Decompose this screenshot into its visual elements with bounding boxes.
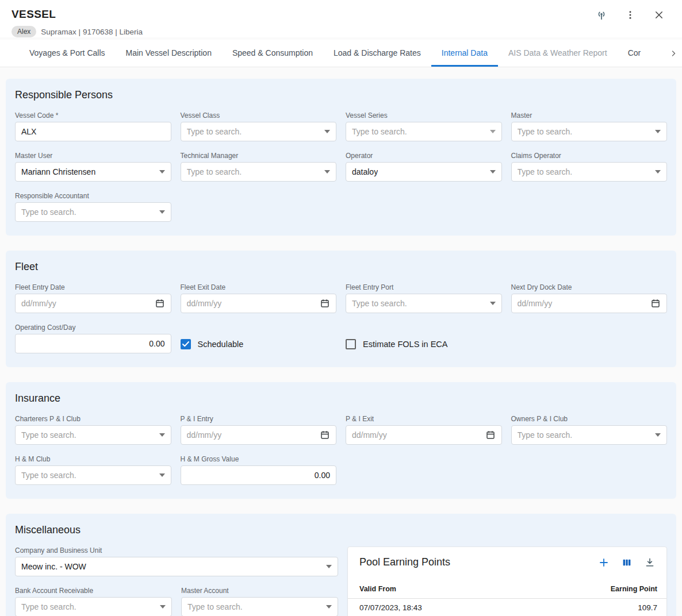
select-placeholder: Type to search. [352, 299, 407, 308]
checkbox-checked-icon [181, 339, 191, 349]
chevron-down-icon [159, 170, 165, 174]
select-placeholder: Type to search. [187, 602, 243, 611]
vessel-subtitle: Supramax | 9170638 | Liberia [41, 28, 143, 36]
charterers-pi-club-select[interactable]: Type to search. [15, 425, 171, 445]
chevron-down-icon [159, 210, 165, 214]
fleet-exit-date-input[interactable] [187, 299, 316, 308]
field-label: H & M Club [15, 455, 171, 463]
download-icon[interactable] [645, 557, 655, 568]
calendar-icon[interactable] [485, 430, 496, 440]
tab-main-vessel-description[interactable]: Main Vessel Description [116, 40, 222, 67]
tabs-scroll-right-icon[interactable] [665, 40, 682, 67]
cell-valid-from: 07/07/2023, 18:43 [359, 603, 422, 612]
section-miscellaneous: Miscellaneous Company and Business Unit … [6, 514, 676, 616]
fleet-entry-date-input[interactable] [21, 299, 150, 308]
company-business-unit-select[interactable]: Meow inc. - WOW [15, 557, 338, 576]
estimate-fols-field: Estimate FOLS in ECA [346, 324, 502, 353]
select-placeholder: Type to search. [21, 207, 76, 217]
vessel-code-input[interactable] [21, 127, 165, 136]
owners-pi-club-field: Owners P & I Club Type to search. [511, 415, 668, 445]
select-placeholder: Type to search. [518, 430, 573, 440]
owners-pi-club-select[interactable]: Type to search. [511, 425, 668, 445]
hm-gross-value-field: H & M Gross Value [181, 455, 337, 485]
field-label: P & I Entry [181, 415, 337, 423]
master-select[interactable]: Type to search. [511, 122, 668, 141]
fleet-entry-port-select[interactable]: Type to search. [346, 294, 502, 313]
master-user-field: Master User Mariann Christensen [15, 152, 171, 182]
operator-select[interactable]: dataloy [346, 162, 502, 182]
field-label: Responsible Accountant [15, 192, 171, 200]
insurance-spacer [346, 455, 502, 485]
calendar-icon[interactable] [320, 430, 330, 440]
fleet-entry-date-wrap [15, 294, 171, 313]
schedulable-checkbox[interactable]: Schedulable [181, 339, 244, 349]
claims-operator-select[interactable]: Type to search. [511, 162, 668, 182]
pi-entry-field: P & I Entry [181, 415, 337, 445]
section-insurance: Insurance Charterers P & I Club Type to … [6, 382, 676, 499]
table-row[interactable]: 07/07/2023, 18:43 109.7 [348, 599, 666, 616]
chevron-down-icon [160, 605, 166, 609]
pi-exit-field: P & I Exit [346, 415, 502, 445]
calendar-icon[interactable] [650, 298, 661, 309]
field-label: Master Account [181, 587, 338, 595]
vessel-series-select[interactable]: Type to search. [346, 122, 502, 141]
bank-account-receivable-field: Bank Account Receivable Type to search. [15, 587, 172, 616]
close-icon[interactable] [652, 8, 666, 22]
select-placeholder: Type to search. [187, 127, 242, 136]
field-label: Vessel Code * [15, 111, 171, 120]
section-title: Responsible Persons [15, 89, 667, 101]
select-placeholder: Type to search. [21, 602, 76, 611]
pool-table-header: Valid From Earning Point [348, 580, 666, 599]
operating-cost-input[interactable] [21, 339, 165, 348]
tab-internal-data[interactable]: Internal Data [431, 40, 498, 67]
master-account-select[interactable]: Type to search. [181, 597, 338, 616]
cell-earning-point: 109.7 [638, 603, 657, 612]
columns-icon[interactable] [622, 557, 632, 568]
tab-load-discharge-rates[interactable]: Load & Discharge Rates [323, 40, 431, 67]
tab-voyages-port-calls[interactable]: Voyages & Port Calls [19, 40, 116, 67]
select-value: dataloy [352, 167, 378, 176]
field-label: Technical Manager [181, 152, 337, 160]
field-label: Vessel Class [181, 111, 337, 120]
select-placeholder: Type to search. [187, 167, 242, 176]
hm-gross-value-input[interactable] [187, 471, 331, 480]
tab-speed-consumption[interactable]: Speed & Consumption [222, 40, 323, 67]
kebab-menu-icon[interactable] [623, 8, 637, 22]
master-user-select[interactable]: Mariann Christensen [15, 162, 171, 182]
technical-manager-select[interactable]: Type to search. [181, 162, 337, 182]
chevron-down-icon [490, 170, 496, 174]
broadcast-icon[interactable] [595, 8, 608, 22]
next-dry-dock-date-input[interactable] [518, 299, 646, 308]
tab-ais-data-weather-report[interactable]: AIS Data & Weather Report [498, 40, 618, 67]
field-label: Fleet Entry Port [346, 283, 502, 291]
field-label: Owners P & I Club [511, 415, 668, 423]
select-placeholder: Type to search. [518, 127, 573, 136]
col-earning-point: Earning Point [611, 585, 657, 593]
calendar-icon[interactable] [320, 298, 330, 309]
select-value: Meow inc. - WOW [21, 562, 86, 571]
section-fleet: Fleet Fleet Entry Date Fleet Exit Date [6, 251, 676, 367]
add-icon[interactable] [599, 557, 609, 568]
vessel-class-select[interactable]: Type to search. [181, 122, 337, 141]
select-placeholder: Type to search. [21, 430, 76, 440]
calendar-icon[interactable] [155, 298, 165, 309]
section-title: Miscellaneous [15, 524, 667, 536]
pi-exit-input[interactable] [352, 430, 481, 440]
responsible-accountant-select[interactable]: Type to search. [15, 202, 171, 222]
company-business-unit-field: Company and Business Unit Meow inc. - WO… [15, 546, 338, 576]
vessel-code-field: Vessel Code * [15, 111, 171, 141]
section-title: Fleet [15, 261, 667, 273]
bank-account-receivable-select[interactable]: Type to search. [15, 597, 172, 616]
hm-club-select[interactable]: Type to search. [15, 465, 171, 485]
col-valid-from: Valid From [359, 585, 396, 593]
tab-cor-truncated[interactable]: Cor [618, 40, 652, 67]
pi-entry-input[interactable] [187, 430, 316, 440]
select-value: Mariann Christensen [21, 167, 95, 176]
field-label: Charterers P & I Club [15, 415, 171, 423]
field-label: Fleet Entry Date [15, 283, 171, 291]
master-account-field: Master Account Type to search. [181, 587, 338, 616]
estimate-fols-checkbox[interactable]: Estimate FOLS in ECA [346, 339, 447, 349]
pi-entry-wrap [181, 425, 337, 445]
charterers-pi-club-field: Charterers P & I Club Type to search. [15, 415, 171, 445]
chevron-down-icon [159, 433, 165, 437]
